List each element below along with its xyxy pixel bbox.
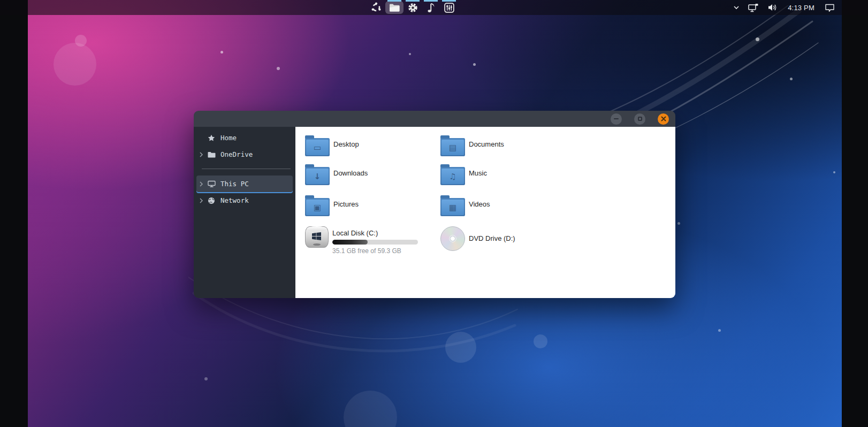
dvd-disc-icon [440, 226, 465, 251]
bokeh-dot [409, 53, 411, 55]
ubuntu-logo-icon [371, 2, 382, 13]
star-icon [207, 134, 216, 142]
folder-label: Documents [469, 140, 504, 156]
windows-logo-icon [312, 232, 321, 240]
drive-item-local-disk-c[interactable]: Local Disk (C:) 35.1 GB free of 59.3 GB [305, 226, 418, 255]
close-icon [661, 116, 666, 121]
folder-item-desktop[interactable]: ▭ Desktop [305, 135, 359, 156]
documents-folder-icon: ▤ [440, 138, 465, 156]
notifications-button[interactable] [824, 0, 836, 15]
running-indicator [406, 0, 420, 2]
downloads-glyph: ↓ [305, 171, 330, 182]
folder-item-music[interactable]: ♫ Music [440, 164, 487, 185]
bokeh-dot [790, 78, 793, 80]
desktop-glyph: ▭ [305, 142, 330, 154]
pictures-glyph: ▣ [305, 202, 330, 214]
disk-usage-fill [332, 240, 368, 245]
chevron-right-icon[interactable] [198, 152, 204, 157]
computer-icon [207, 180, 216, 187]
bokeh-circle [534, 334, 547, 348]
folder-item-documents[interactable]: ▤ Documents [440, 135, 504, 156]
bokeh-dot [277, 67, 280, 70]
bokeh-circle [344, 391, 397, 427]
maximize-button[interactable] [634, 113, 645, 125]
sidebar-item-label: OneDrive [220, 150, 253, 158]
documents-glyph: ▤ [440, 142, 465, 154]
chat-bubble-icon [825, 3, 835, 12]
pictures-folder-icon: ▣ [305, 198, 330, 216]
music-glyph: ♫ [440, 171, 465, 182]
close-button[interactable] [658, 113, 669, 125]
sidebar-item-home[interactable]: Home [194, 129, 295, 146]
sidebar-item-label: This PC [220, 180, 249, 188]
tray-expand-button[interactable] [732, 0, 741, 15]
launcher-ubuntu-button[interactable] [367, 1, 385, 14]
downloads-folder-icon: ↓ [305, 167, 330, 185]
file-list-area: ▭ Desktop ▤ Documents ↓ Downloads ♫ Musi… [295, 127, 675, 298]
maximize-icon [638, 117, 642, 121]
network-monitor-icon [748, 3, 759, 12]
launcher-settings-button[interactable] [403, 1, 422, 14]
speaker-icon [767, 3, 778, 12]
drive-label: Local Disk (C:) [332, 229, 418, 237]
drive-label: DVD Drive (D:) [469, 234, 515, 251]
file-manager-window: Home OneDrive This PC [194, 111, 675, 298]
sidebar-item-label: Home [220, 134, 237, 142]
sidebar-item-network[interactable]: Network [194, 192, 295, 209]
bokeh-circle [75, 35, 87, 47]
chevron-right-icon[interactable] [198, 198, 204, 203]
chevron-right-icon[interactable] [198, 181, 204, 187]
sidebar-divider [202, 169, 291, 169]
folder-label: Videos [469, 200, 490, 216]
launcher-music-button[interactable] [422, 1, 440, 14]
sidebar-item-this-pc[interactable]: This PC [196, 176, 293, 192]
bokeh-dot [756, 37, 759, 41]
hard-drive-icon [305, 226, 329, 248]
folder-item-videos[interactable]: ▦ Videos [440, 195, 490, 216]
bokeh-circle [54, 43, 96, 86]
app-launcher [367, 0, 458, 15]
sidebar-item-onedrive[interactable]: OneDrive [194, 146, 295, 163]
bokeh-dot [677, 222, 680, 225]
folder-label: Desktop [333, 140, 359, 156]
bokeh-dot [473, 63, 476, 66]
system-tray: 4:13 PM [732, 0, 836, 15]
running-indicator [424, 0, 438, 2]
folder-icon [207, 151, 216, 158]
folder-label: Downloads [333, 169, 368, 185]
bokeh-dot [718, 329, 721, 332]
folder-label: Pictures [333, 200, 359, 216]
videos-folder-icon: ▦ [440, 198, 465, 216]
settings-gear-icon [408, 3, 418, 13]
bokeh-dot [833, 171, 835, 173]
minimize-button[interactable] [611, 113, 622, 125]
chevron-down-icon [733, 4, 740, 11]
bokeh-circle [445, 332, 476, 363]
music-folder-icon: ♫ [440, 167, 465, 185]
disk-usage-bar [332, 240, 418, 245]
bokeh-dot [220, 51, 223, 54]
videos-glyph: ▦ [440, 202, 465, 214]
running-indicator [442, 0, 456, 2]
window-titlebar[interactable] [194, 111, 675, 127]
sidebar: Home OneDrive This PC [194, 127, 295, 298]
drive-item-dvd-d[interactable]: DVD Drive (D:) [440, 226, 515, 251]
network-status-button[interactable] [747, 0, 760, 15]
folder-item-pictures[interactable]: ▣ Pictures [305, 195, 359, 216]
volume-button[interactable] [766, 0, 779, 15]
desktop-folder-icon: ▭ [305, 138, 330, 156]
files-folder-icon [389, 3, 400, 12]
bokeh-dot [204, 377, 208, 380]
folder-label: Music [469, 169, 487, 185]
launcher-tweaks-button[interactable] [440, 1, 458, 14]
folder-item-downloads[interactable]: ↓ Downloads [305, 164, 368, 185]
disk-capacity-text: 35.1 GB free of 59.3 GB [332, 247, 418, 255]
running-indicator [387, 0, 401, 2]
top-panel: 4:13 PM [0, 0, 868, 15]
clock[interactable]: 4:13 PM [785, 4, 818, 12]
tweaks-sliders-icon [444, 3, 454, 13]
globe-icon [207, 197, 216, 204]
music-note-icon [427, 3, 435, 13]
launcher-files-button[interactable] [385, 1, 403, 14]
minimize-icon [614, 118, 619, 119]
